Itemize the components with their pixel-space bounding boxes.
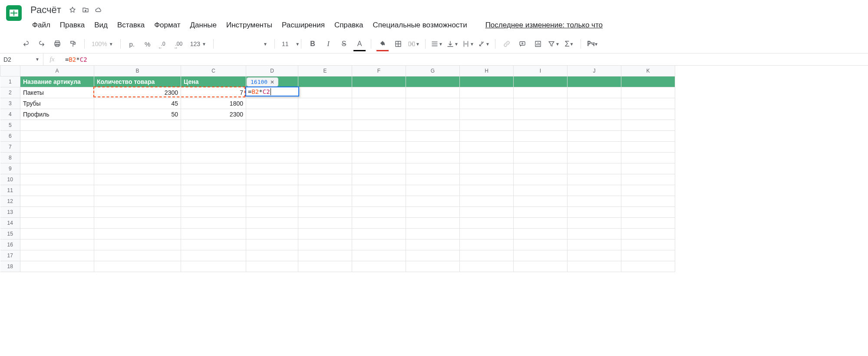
menu-view[interactable]: Вид <box>90 19 112 31</box>
cell[interactable] <box>514 196 568 206</box>
print-button[interactable] <box>50 37 64 50</box>
cell[interactable] <box>181 152 246 163</box>
cell[interactable] <box>94 120 181 130</box>
cell[interactable] <box>181 185 246 196</box>
column-header[interactable]: A <box>20 66 94 76</box>
formula-input[interactable]: =B2*C2 <box>61 56 868 63</box>
cell[interactable] <box>568 152 621 163</box>
column-header[interactable]: C <box>181 66 246 76</box>
cell[interactable] <box>352 217 406 228</box>
cell[interactable] <box>568 185 621 196</box>
cell[interactable] <box>460 239 514 250</box>
cell[interactable] <box>181 174 246 185</box>
cell[interactable] <box>621 250 675 261</box>
menu-a11y[interactable]: Специальные возможности <box>369 19 472 31</box>
cell[interactable] <box>94 196 181 206</box>
cell[interactable] <box>298 76 352 87</box>
cell[interactable] <box>460 228 514 239</box>
cell[interactable] <box>514 217 568 228</box>
cell[interactable] <box>20 261 94 272</box>
column-header[interactable]: H <box>460 66 514 76</box>
cell[interactable]: Название артикула <box>20 76 94 87</box>
cell[interactable] <box>352 98 406 109</box>
cell[interactable] <box>246 174 298 185</box>
row-header[interactable]: 16 <box>0 239 20 250</box>
cell[interactable] <box>298 239 352 250</box>
cell[interactable] <box>246 120 298 130</box>
cell[interactable]: Количество товара <box>94 76 181 87</box>
redo-button[interactable] <box>35 37 49 50</box>
cell[interactable] <box>246 185 298 196</box>
cell[interactable] <box>246 228 298 239</box>
menu-data[interactable]: Данные <box>186 19 221 31</box>
cell[interactable] <box>298 98 352 109</box>
cell[interactable] <box>568 76 621 87</box>
cell[interactable] <box>20 141 94 152</box>
bold-button[interactable]: B <box>306 37 320 50</box>
cell[interactable] <box>352 120 406 130</box>
cell[interactable] <box>94 206 181 217</box>
cell[interactable] <box>460 87 514 98</box>
cell[interactable] <box>298 163 352 174</box>
cell[interactable]: 45 <box>94 98 181 109</box>
cell[interactable] <box>460 152 514 163</box>
cell[interactable] <box>460 76 514 87</box>
cell[interactable] <box>514 120 568 130</box>
functions-button[interactable]: Σ▼ <box>562 37 576 50</box>
cell[interactable] <box>460 109 514 120</box>
cell[interactable] <box>20 174 94 185</box>
cell[interactable] <box>352 228 406 239</box>
active-cell-editor[interactable]: =B2*C2 <box>245 87 299 96</box>
cell[interactable] <box>460 130 514 141</box>
cell[interactable] <box>460 98 514 109</box>
cell[interactable] <box>181 261 246 272</box>
cell[interactable] <box>181 217 246 228</box>
row-header[interactable]: 2 <box>0 87 20 98</box>
cell[interactable] <box>298 217 352 228</box>
sheets-logo[interactable] <box>4 3 23 23</box>
cell[interactable] <box>514 152 568 163</box>
column-header[interactable]: D <box>246 66 298 76</box>
cell[interactable] <box>94 163 181 174</box>
cell[interactable] <box>621 120 675 130</box>
cell[interactable] <box>406 185 460 196</box>
cell[interactable] <box>352 261 406 272</box>
cell[interactable] <box>246 163 298 174</box>
cell[interactable] <box>406 130 460 141</box>
cell[interactable] <box>181 163 246 174</box>
percent-button[interactable]: % <box>141 37 155 50</box>
cell[interactable] <box>406 163 460 174</box>
horizontal-align-button[interactable]: ▼ <box>430 37 444 50</box>
cell[interactable] <box>621 130 675 141</box>
cell[interactable] <box>460 196 514 206</box>
cell[interactable] <box>20 120 94 130</box>
cell[interactable] <box>94 141 181 152</box>
cell[interactable] <box>181 141 246 152</box>
cell[interactable] <box>568 206 621 217</box>
font-size-dropdown[interactable]: 11 ▼ <box>279 39 297 49</box>
cell[interactable] <box>406 174 460 185</box>
cell[interactable] <box>514 130 568 141</box>
row-header[interactable]: 14 <box>0 217 20 228</box>
cell[interactable] <box>352 196 406 206</box>
increase-decimal-button[interactable]: .00→ <box>172 37 186 50</box>
column-header[interactable]: I <box>514 66 568 76</box>
cell[interactable]: Профиль <box>20 109 94 120</box>
row-header[interactable]: 1 <box>0 76 20 87</box>
cell[interactable] <box>621 261 675 272</box>
cell[interactable] <box>298 196 352 206</box>
cell[interactable] <box>406 120 460 130</box>
cell[interactable] <box>352 185 406 196</box>
row-header[interactable]: 7 <box>0 141 20 152</box>
cell[interactable] <box>246 152 298 163</box>
cell[interactable] <box>352 141 406 152</box>
cell[interactable] <box>298 250 352 261</box>
cell[interactable] <box>514 98 568 109</box>
cell[interactable] <box>621 196 675 206</box>
cell[interactable] <box>568 174 621 185</box>
text-color-button[interactable]: A <box>353 37 366 50</box>
cell[interactable] <box>514 141 568 152</box>
cell[interactable] <box>94 261 181 272</box>
cell[interactable] <box>246 141 298 152</box>
cell[interactable] <box>514 174 568 185</box>
